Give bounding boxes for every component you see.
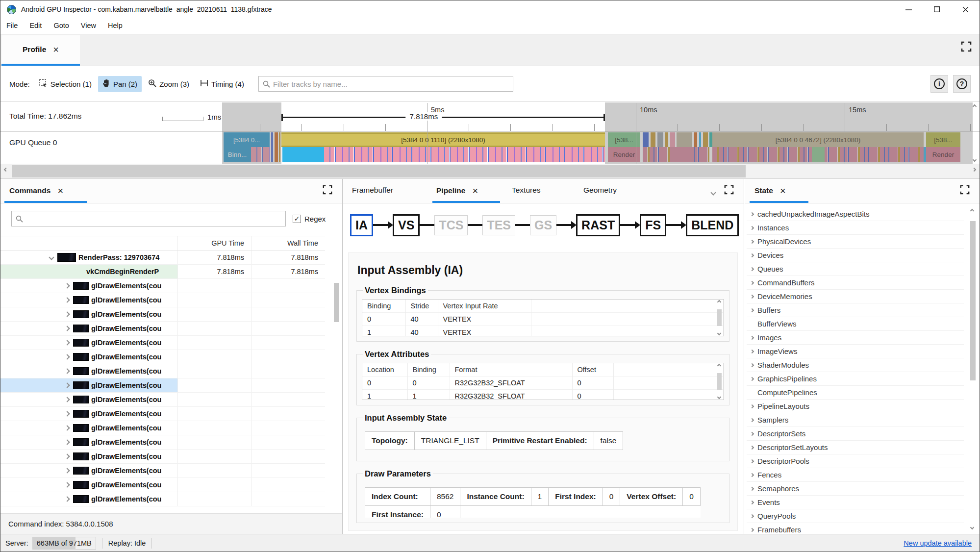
command-row[interactable]: glDrawElements(cou <box>0 378 325 393</box>
close-tab-icon[interactable]: × <box>53 45 59 54</box>
scroll-left-icon[interactable] <box>4 168 8 172</box>
state-item-descriptorsets[interactable]: DescriptorSets <box>747 427 964 441</box>
command-row[interactable]: glDrawElements(cou <box>0 350 325 364</box>
chevron-right-icon[interactable] <box>750 349 754 353</box>
tab-overflow-chevron-down-icon[interactable] <box>711 188 715 197</box>
timeline[interactable]: Total Time: 17.862ms 1ms GPU Queue 0 [53… <box>0 101 980 164</box>
chevron-right-icon[interactable] <box>750 308 754 312</box>
stage-ia[interactable]: IA <box>350 214 373 236</box>
maximize-button[interactable] <box>923 0 951 18</box>
state-item-commandbuffers[interactable]: CommandBuffers <box>747 276 964 290</box>
column-wall-time[interactable]: Wall Time <box>251 236 325 250</box>
state-item-fences[interactable]: Fences <box>747 468 964 482</box>
span-draw-strip[interactable] <box>324 147 605 162</box>
pipeline-fullscreen-button[interactable] <box>724 185 734 195</box>
commands-search-input-wrap[interactable] <box>11 211 286 226</box>
state-item-instances[interactable]: Instances <box>747 221 964 235</box>
menu-help[interactable]: Help <box>108 22 123 29</box>
chevron-right-icon[interactable] <box>64 382 70 388</box>
chevron-right-icon[interactable] <box>750 376 754 380</box>
state-item-events[interactable]: Events <box>747 496 964 509</box>
scrollbar-thumb[interactable] <box>970 221 976 380</box>
chevron-right-icon[interactable] <box>64 340 70 345</box>
commands-scrollbar-thumb[interactable] <box>334 283 339 322</box>
chevron-right-icon[interactable] <box>750 431 754 435</box>
column-gpu-time[interactable]: GPU Time <box>177 236 251 250</box>
tab-pipeline[interactable]: Pipeline × <box>434 182 480 200</box>
update-link[interactable]: New update available <box>904 539 972 547</box>
chevron-right-icon[interactable] <box>750 239 754 243</box>
state-item-samplers[interactable]: Samplers <box>747 413 964 427</box>
chevron-right-icon[interactable] <box>64 453 70 459</box>
chevron-right-icon[interactable] <box>750 404 754 408</box>
tab-profile[interactable]: Profile × <box>1 35 80 66</box>
chevron-right-icon[interactable] <box>750 253 754 257</box>
menu-goto[interactable]: Goto <box>53 22 69 29</box>
stage-gs[interactable]: GS <box>530 215 556 235</box>
timeline-horizontal-scrollbar[interactable] <box>0 164 980 179</box>
chevron-right-icon[interactable] <box>64 397 70 402</box>
table-row[interactable]: 140VERTEX <box>362 326 724 337</box>
state-fullscreen-button[interactable] <box>960 185 970 195</box>
command-row[interactable]: vkCmdBeginRenderP7.818ms7.818ms <box>0 265 325 279</box>
chevron-right-icon[interactable] <box>64 283 70 288</box>
command-row[interactable]: glDrawElements(cou <box>0 435 325 450</box>
close-tab-icon[interactable]: × <box>780 186 786 196</box>
table-row[interactable]: 11R32G32B32_SFLOAT0 <box>362 390 724 401</box>
table-row[interactable]: 040VERTEX <box>362 313 724 326</box>
chevron-right-icon[interactable] <box>750 363 754 367</box>
command-row[interactable]: glDrawElements(cou <box>0 279 325 293</box>
state-item-images[interactable]: Images <box>747 331 964 345</box>
command-row[interactable]: glDrawElements(cou <box>0 464 325 478</box>
tab-framebuffer[interactable]: Framebuffer <box>350 182 395 199</box>
mode-selection-button[interactable]: Selection (1) <box>35 76 96 92</box>
stage-vs[interactable]: VS <box>393 214 420 236</box>
command-row[interactable]: glDrawElements(cou <box>0 421 325 435</box>
chevron-right-icon[interactable] <box>64 297 70 302</box>
mode-timing-button[interactable]: Timing (4) <box>196 76 249 92</box>
chevron-right-icon[interactable] <box>750 514 754 518</box>
command-row[interactable]: glDrawElements(cou <box>0 492 325 506</box>
table-row[interactable]: 00R32G32B32_SFLOAT0 <box>362 376 724 390</box>
state-item-queues[interactable]: Queues <box>747 262 964 276</box>
help-button[interactable]: ? <box>953 75 971 93</box>
chevron-right-icon[interactable] <box>750 527 754 531</box>
span-draw-cyan[interactable] <box>282 147 324 162</box>
chevron-right-icon[interactable] <box>750 226 754 229</box>
state-item-computepipelines[interactable]: ComputePipelines <box>747 386 964 400</box>
state-item-bufferviews[interactable]: BufferViews <box>747 317 964 331</box>
command-row[interactable]: glDrawElements(cou <box>0 307 325 322</box>
state-item-pipelinelayouts[interactable]: PipelineLayouts <box>747 400 964 413</box>
chevron-right-icon[interactable] <box>64 496 70 502</box>
state-item-shadermodules[interactable]: ShaderModules <box>747 358 964 372</box>
commands-search-input[interactable] <box>23 215 281 223</box>
scroll-right-icon[interactable] <box>972 168 976 172</box>
state-item-framebuffers[interactable]: Framebuffers <box>747 523 964 534</box>
command-row[interactable]: glDrawElements(cou <box>0 478 325 492</box>
chevron-right-icon[interactable] <box>750 500 754 504</box>
chevron-right-icon[interactable] <box>64 368 70 374</box>
chevron-right-icon[interactable] <box>750 418 754 422</box>
chevron-right-icon[interactable] <box>750 267 754 271</box>
table-scrollbar[interactable] <box>716 301 723 335</box>
mode-pan-button[interactable]: Pan (2) <box>98 76 142 92</box>
command-row[interactable]: glDrawElements(cou <box>0 293 325 307</box>
command-row[interactable]: glDrawElements(cou <box>0 393 325 407</box>
chevron-right-icon[interactable] <box>750 486 754 490</box>
tab-textures[interactable]: Textures <box>510 182 543 199</box>
chevron-right-icon[interactable] <box>64 326 70 331</box>
command-row[interactable]: glDrawElements(cou <box>0 450 325 464</box>
state-item-descriptorpools[interactable]: DescriptorPools <box>747 454 964 468</box>
command-row[interactable]: RenderPass: 1297036747.818ms7.818ms <box>0 251 325 265</box>
state-item-cachedunpackedimageaspectbits[interactable]: cachedUnpackedImageAspectBits <box>747 207 964 221</box>
scrollbar-thumb[interactable] <box>12 165 746 177</box>
scroll-up-icon[interactable] <box>973 104 977 108</box>
close-tab-icon[interactable]: × <box>472 186 478 196</box>
state-item-querypools[interactable]: QueryPools <box>747 509 964 523</box>
command-row[interactable]: glDrawElements(cou <box>0 322 325 336</box>
state-item-devicememories[interactable]: DeviceMemories <box>747 290 964 303</box>
regex-checkbox[interactable]: ✓ <box>293 215 301 223</box>
fullscreen-button[interactable] <box>961 41 972 52</box>
state-item-descriptorsetlayouts[interactable]: DescriptorSetLayouts <box>747 441 964 454</box>
command-row[interactable]: glDrawElements(cou <box>0 364 325 378</box>
